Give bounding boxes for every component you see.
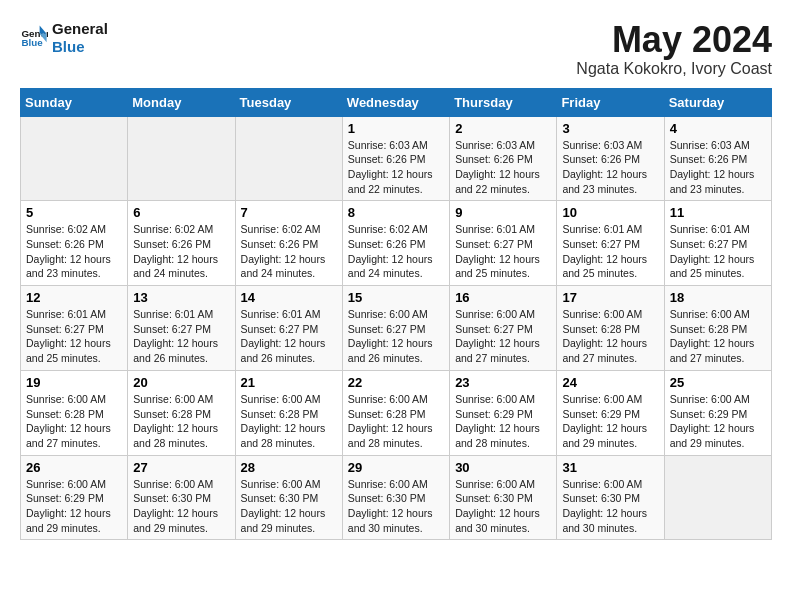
- page-subtitle: Ngata Kokokro, Ivory Coast: [576, 60, 772, 78]
- day-header-thursday: Thursday: [450, 88, 557, 116]
- calendar-day: 25Sunrise: 6:00 AMSunset: 6:29 PMDayligh…: [664, 370, 771, 455]
- day-info: Sunrise: 6:00 AMSunset: 6:27 PMDaylight:…: [348, 307, 444, 366]
- day-number: 26: [26, 460, 122, 475]
- day-info: Sunrise: 6:02 AMSunset: 6:26 PMDaylight:…: [133, 222, 229, 281]
- day-info: Sunrise: 6:00 AMSunset: 6:29 PMDaylight:…: [670, 392, 766, 451]
- calendar-day: 27Sunrise: 6:00 AMSunset: 6:30 PMDayligh…: [128, 455, 235, 540]
- day-info: Sunrise: 6:02 AMSunset: 6:26 PMDaylight:…: [26, 222, 122, 281]
- calendar-day: 31Sunrise: 6:00 AMSunset: 6:30 PMDayligh…: [557, 455, 664, 540]
- calendar-day: 18Sunrise: 6:00 AMSunset: 6:28 PMDayligh…: [664, 286, 771, 371]
- calendar-day: 7Sunrise: 6:02 AMSunset: 6:26 PMDaylight…: [235, 201, 342, 286]
- day-number: 22: [348, 375, 444, 390]
- day-info: Sunrise: 6:00 AMSunset: 6:30 PMDaylight:…: [241, 477, 337, 536]
- header-row: SundayMondayTuesdayWednesdayThursdayFrid…: [21, 88, 772, 116]
- calendar-day: 16Sunrise: 6:00 AMSunset: 6:27 PMDayligh…: [450, 286, 557, 371]
- logo-line1: General: [52, 20, 108, 38]
- day-number: 6: [133, 205, 229, 220]
- day-info: Sunrise: 6:01 AMSunset: 6:27 PMDaylight:…: [26, 307, 122, 366]
- day-number: 5: [26, 205, 122, 220]
- day-info: Sunrise: 6:03 AMSunset: 6:26 PMDaylight:…: [348, 138, 444, 197]
- day-number: 28: [241, 460, 337, 475]
- calendar-day: 20Sunrise: 6:00 AMSunset: 6:28 PMDayligh…: [128, 370, 235, 455]
- day-number: 9: [455, 205, 551, 220]
- logo-icon: General Blue: [20, 24, 48, 52]
- svg-text:Blue: Blue: [21, 37, 43, 48]
- calendar-week-1: 1Sunrise: 6:03 AMSunset: 6:26 PMDaylight…: [21, 116, 772, 201]
- day-number: 15: [348, 290, 444, 305]
- day-number: 27: [133, 460, 229, 475]
- day-info: Sunrise: 6:00 AMSunset: 6:30 PMDaylight:…: [562, 477, 658, 536]
- calendar-day: 9Sunrise: 6:01 AMSunset: 6:27 PMDaylight…: [450, 201, 557, 286]
- calendar-day: 23Sunrise: 6:00 AMSunset: 6:29 PMDayligh…: [450, 370, 557, 455]
- calendar-day: 24Sunrise: 6:00 AMSunset: 6:29 PMDayligh…: [557, 370, 664, 455]
- day-info: Sunrise: 6:00 AMSunset: 6:28 PMDaylight:…: [26, 392, 122, 451]
- day-number: 23: [455, 375, 551, 390]
- calendar-week-3: 12Sunrise: 6:01 AMSunset: 6:27 PMDayligh…: [21, 286, 772, 371]
- calendar-day: 3Sunrise: 6:03 AMSunset: 6:26 PMDaylight…: [557, 116, 664, 201]
- day-info: Sunrise: 6:00 AMSunset: 6:30 PMDaylight:…: [348, 477, 444, 536]
- calendar-day: 26Sunrise: 6:00 AMSunset: 6:29 PMDayligh…: [21, 455, 128, 540]
- calendar-day: 6Sunrise: 6:02 AMSunset: 6:26 PMDaylight…: [128, 201, 235, 286]
- calendar-day: 13Sunrise: 6:01 AMSunset: 6:27 PMDayligh…: [128, 286, 235, 371]
- day-number: 24: [562, 375, 658, 390]
- day-number: 12: [26, 290, 122, 305]
- day-info: Sunrise: 6:00 AMSunset: 6:29 PMDaylight:…: [562, 392, 658, 451]
- day-info: Sunrise: 6:03 AMSunset: 6:26 PMDaylight:…: [455, 138, 551, 197]
- calendar-day: [128, 116, 235, 201]
- calendar-day: 12Sunrise: 6:01 AMSunset: 6:27 PMDayligh…: [21, 286, 128, 371]
- day-number: 14: [241, 290, 337, 305]
- title-area: May 2024 Ngata Kokokro, Ivory Coast: [576, 20, 772, 78]
- day-header-sunday: Sunday: [21, 88, 128, 116]
- calendar-day: 15Sunrise: 6:00 AMSunset: 6:27 PMDayligh…: [342, 286, 449, 371]
- day-info: Sunrise: 6:02 AMSunset: 6:26 PMDaylight:…: [241, 222, 337, 281]
- day-info: Sunrise: 6:00 AMSunset: 6:29 PMDaylight:…: [26, 477, 122, 536]
- day-number: 29: [348, 460, 444, 475]
- day-info: Sunrise: 6:01 AMSunset: 6:27 PMDaylight:…: [670, 222, 766, 281]
- day-info: Sunrise: 6:03 AMSunset: 6:26 PMDaylight:…: [670, 138, 766, 197]
- calendar-day: 30Sunrise: 6:00 AMSunset: 6:30 PMDayligh…: [450, 455, 557, 540]
- calendar-day: 22Sunrise: 6:00 AMSunset: 6:28 PMDayligh…: [342, 370, 449, 455]
- day-header-wednesday: Wednesday: [342, 88, 449, 116]
- day-info: Sunrise: 6:01 AMSunset: 6:27 PMDaylight:…: [133, 307, 229, 366]
- day-number: 17: [562, 290, 658, 305]
- day-info: Sunrise: 6:00 AMSunset: 6:28 PMDaylight:…: [670, 307, 766, 366]
- day-number: 1: [348, 121, 444, 136]
- day-number: 18: [670, 290, 766, 305]
- page-title: May 2024: [576, 20, 772, 60]
- day-number: 10: [562, 205, 658, 220]
- calendar-body: 1Sunrise: 6:03 AMSunset: 6:26 PMDaylight…: [21, 116, 772, 540]
- day-info: Sunrise: 6:01 AMSunset: 6:27 PMDaylight:…: [455, 222, 551, 281]
- calendar-table: SundayMondayTuesdayWednesdayThursdayFrid…: [20, 88, 772, 541]
- day-info: Sunrise: 6:01 AMSunset: 6:27 PMDaylight:…: [562, 222, 658, 281]
- day-number: 25: [670, 375, 766, 390]
- calendar-day: 19Sunrise: 6:00 AMSunset: 6:28 PMDayligh…: [21, 370, 128, 455]
- day-number: 4: [670, 121, 766, 136]
- calendar-day: 5Sunrise: 6:02 AMSunset: 6:26 PMDaylight…: [21, 201, 128, 286]
- day-info: Sunrise: 6:03 AMSunset: 6:26 PMDaylight:…: [562, 138, 658, 197]
- calendar-day: 14Sunrise: 6:01 AMSunset: 6:27 PMDayligh…: [235, 286, 342, 371]
- calendar-day: [664, 455, 771, 540]
- calendar-day: 28Sunrise: 6:00 AMSunset: 6:30 PMDayligh…: [235, 455, 342, 540]
- day-number: 8: [348, 205, 444, 220]
- calendar-week-4: 19Sunrise: 6:00 AMSunset: 6:28 PMDayligh…: [21, 370, 772, 455]
- day-number: 7: [241, 205, 337, 220]
- calendar-day: 11Sunrise: 6:01 AMSunset: 6:27 PMDayligh…: [664, 201, 771, 286]
- day-number: 21: [241, 375, 337, 390]
- page-header: General Blue General Blue May 2024 Ngata…: [20, 20, 772, 78]
- day-number: 20: [133, 375, 229, 390]
- day-number: 13: [133, 290, 229, 305]
- day-number: 30: [455, 460, 551, 475]
- day-info: Sunrise: 6:00 AMSunset: 6:28 PMDaylight:…: [348, 392, 444, 451]
- day-number: 16: [455, 290, 551, 305]
- calendar-week-5: 26Sunrise: 6:00 AMSunset: 6:29 PMDayligh…: [21, 455, 772, 540]
- day-number: 3: [562, 121, 658, 136]
- day-info: Sunrise: 6:00 AMSunset: 6:27 PMDaylight:…: [455, 307, 551, 366]
- day-info: Sunrise: 6:00 AMSunset: 6:28 PMDaylight:…: [241, 392, 337, 451]
- calendar-day: 1Sunrise: 6:03 AMSunset: 6:26 PMDaylight…: [342, 116, 449, 201]
- day-info: Sunrise: 6:00 AMSunset: 6:30 PMDaylight:…: [455, 477, 551, 536]
- calendar-day: 8Sunrise: 6:02 AMSunset: 6:26 PMDaylight…: [342, 201, 449, 286]
- day-info: Sunrise: 6:00 AMSunset: 6:28 PMDaylight:…: [133, 392, 229, 451]
- day-number: 11: [670, 205, 766, 220]
- calendar-day: [21, 116, 128, 201]
- day-number: 19: [26, 375, 122, 390]
